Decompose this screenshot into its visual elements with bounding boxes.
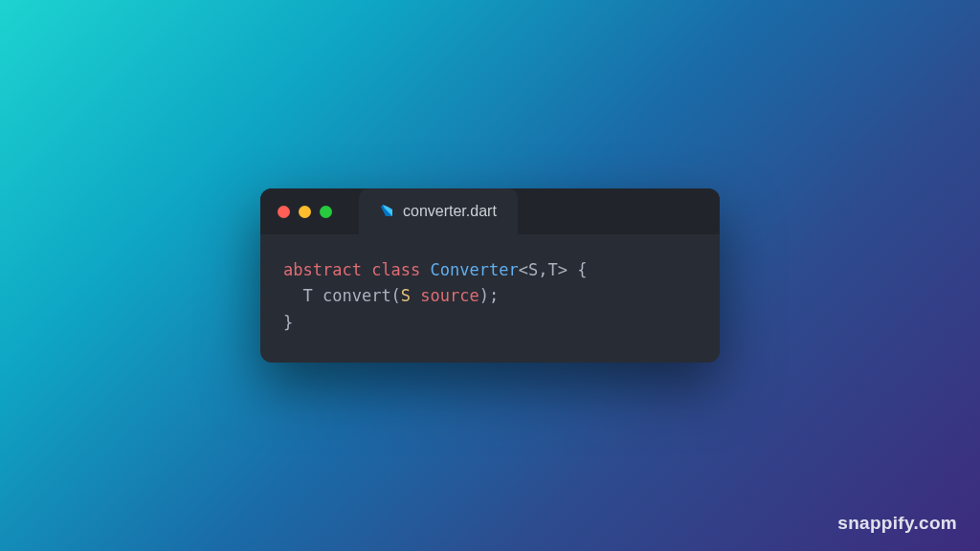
window-header: converter.dart xyxy=(260,188,720,234)
tab-file[interactable]: converter.dart xyxy=(359,188,518,234)
maximize-icon[interactable] xyxy=(320,206,332,218)
tab-filename: converter.dart xyxy=(403,203,497,220)
code-window: converter.dart abstract class Converter<… xyxy=(260,188,720,363)
code-line-3: } xyxy=(283,310,697,336)
traffic-lights xyxy=(260,206,332,218)
code-content: abstract class Converter<S,T> { T conver… xyxy=(260,234,720,363)
minimize-icon[interactable] xyxy=(299,206,311,218)
code-line-1: abstract class Converter<S,T> { xyxy=(283,257,697,283)
code-line-2: T convert(S source); xyxy=(283,283,697,309)
close-icon[interactable] xyxy=(278,206,290,218)
dart-icon xyxy=(380,204,395,219)
watermark: snappify.com xyxy=(837,513,957,534)
